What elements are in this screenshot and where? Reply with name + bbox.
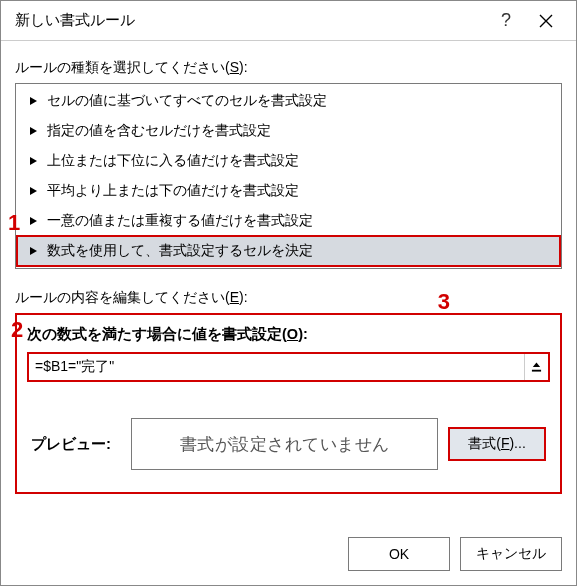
label-accelerator: S: [230, 59, 239, 75]
button-text: )...: [509, 435, 525, 451]
title-bar: 新しい書式ルール ?: [1, 1, 576, 41]
label-text: ):: [239, 289, 248, 305]
close-icon[interactable]: [526, 2, 566, 40]
formula-input[interactable]: [29, 354, 524, 380]
rule-type-item-selected[interactable]: 数式を使用して、書式設定するセルを決定: [16, 235, 561, 267]
rule-type-label: 数式を使用して、書式設定するセルを決定: [47, 242, 313, 260]
label-text: ルールの種類を選択してください(: [15, 59, 230, 75]
dialog-body: ルールの種類を選択してください(S): 1 セルの値に基づいてすべてのセルを書式…: [1, 41, 576, 523]
select-rule-type-label: ルールの種類を選択してください(S):: [15, 59, 562, 77]
rule-type-item[interactable]: 上位または下位に入る値だけを書式設定: [16, 146, 561, 176]
collapse-dialog-icon[interactable]: [524, 354, 548, 380]
label-text: ルールの内容を編集してください(: [15, 289, 230, 305]
arrow-icon: [30, 217, 37, 225]
formula-heading: 次の数式を満たす場合に値を書式設定(O):: [27, 325, 550, 344]
rule-type-item[interactable]: 一意の値または重複する値だけを書式設定: [16, 206, 561, 236]
preview-box: 書式が設定されていません: [131, 418, 438, 470]
callout-2: 2: [11, 317, 23, 343]
rule-type-list[interactable]: 1 セルの値に基づいてすべてのセルを書式設定 指定の値を含むセルだけを書式設定 …: [15, 83, 562, 269]
heading-text: ):: [298, 326, 308, 342]
rule-type-label: 一意の値または重複する値だけを書式設定: [47, 212, 313, 230]
label-accelerator: E: [230, 289, 239, 305]
help-icon[interactable]: ?: [486, 2, 526, 40]
rule-type-label: セルの値に基づいてすべてのセルを書式設定: [47, 92, 327, 110]
label-text: ):: [239, 59, 248, 75]
arrow-icon: [30, 127, 37, 135]
edit-rule-section: 2 次の数式を満たす場合に値を書式設定(O): 3 プレビュー: 書式が設定され…: [15, 313, 562, 494]
svg-rect-0: [532, 370, 541, 372]
dialog-footer: OK キャンセル: [1, 523, 576, 585]
rule-type-item[interactable]: セルの値に基づいてすべてのセルを書式設定: [16, 86, 561, 116]
arrow-icon: [30, 187, 37, 195]
cancel-button[interactable]: キャンセル: [460, 537, 562, 571]
button-text: 書式(: [468, 435, 501, 451]
preview-row: 3 プレビュー: 書式が設定されていません 書式(F)...: [27, 418, 550, 470]
formula-field-wrap: [27, 352, 550, 382]
heading-accelerator: O: [287, 326, 298, 342]
rule-type-item[interactable]: 平均より上または下の値だけを書式設定: [16, 176, 561, 206]
ok-button[interactable]: OK: [348, 537, 450, 571]
new-formatting-rule-dialog: 新しい書式ルール ? ルールの種類を選択してください(S): 1 セルの値に基づ…: [0, 0, 577, 586]
rule-type-label: 上位または下位に入る値だけを書式設定: [47, 152, 299, 170]
rule-type-item[interactable]: 指定の値を含むセルだけを書式設定: [16, 116, 561, 146]
edit-rule-description-label: ルールの内容を編集してください(E):: [15, 289, 562, 307]
arrow-icon: [30, 247, 37, 255]
arrow-icon: [30, 97, 37, 105]
arrow-icon: [30, 157, 37, 165]
heading-text: 次の数式を満たす場合に値を書式設定(: [27, 326, 287, 342]
preview-label: プレビュー:: [31, 435, 121, 454]
format-button[interactable]: 書式(F)...: [448, 427, 546, 461]
rule-type-label: 平均より上または下の値だけを書式設定: [47, 182, 299, 200]
rule-type-label: 指定の値を含むセルだけを書式設定: [47, 122, 271, 140]
dialog-title: 新しい書式ルール: [15, 11, 486, 30]
